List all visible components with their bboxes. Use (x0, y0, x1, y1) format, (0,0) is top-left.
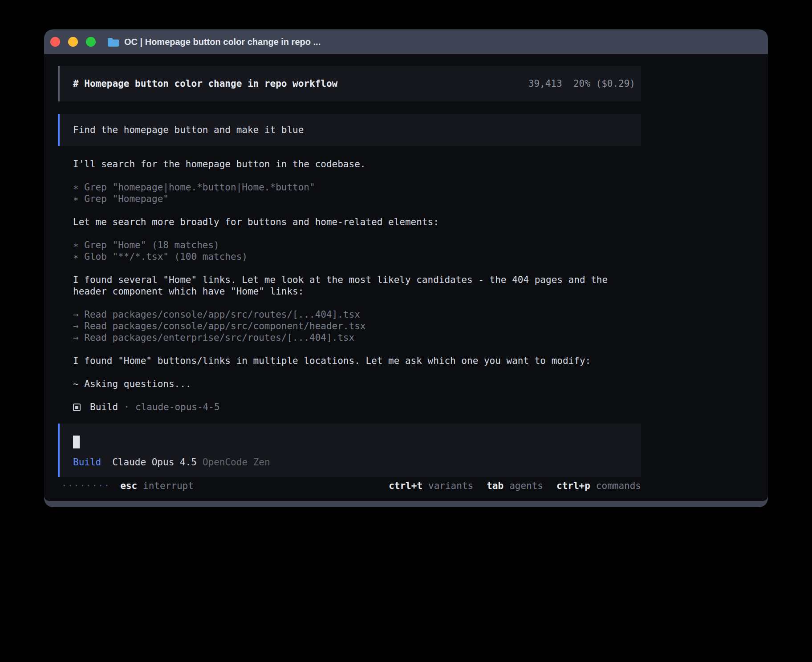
tool-call-line: →Read packages/console/app/src/routes/[.… (58, 309, 768, 320)
tool-call-line: ∗Grep "Home" (18 matches) (58, 239, 768, 251)
assistant-text: I'll search for the homepage button in t… (73, 159, 365, 170)
asking-questions-status: ~ Asking questions... (58, 378, 768, 390)
tool-call-line: →Read packages/console/app/src/component… (58, 320, 768, 332)
minimize-button[interactable] (68, 37, 78, 47)
variants-label: variants (428, 480, 473, 492)
interrupt-label: interrupt (143, 480, 194, 492)
assistant-text: header component which have "Home" links… (73, 286, 304, 297)
agent-name: Build (90, 401, 118, 413)
glob-tool-icon: ∗ (73, 251, 84, 262)
separator-dot: · (124, 401, 130, 413)
tab-key: tab (487, 480, 503, 492)
input-meta-row: Build Claude Opus 4.5 OpenCode Zen (73, 456, 641, 468)
session-header: # Homepage button color change in repo w… (58, 66, 641, 101)
ctrl-p-key: ctrl+p (556, 480, 590, 492)
assistant-text: I found several "Home" links. Let me loo… (73, 274, 608, 285)
read-tool-arrow-icon: → (73, 320, 84, 332)
interrupt-hint: escinterrupt (120, 480, 194, 492)
tool-call-line: ∗Grep "homepage|home.*button|Home.*butto… (58, 182, 768, 193)
user-message: Find the homepage button and make it blu… (58, 114, 641, 146)
variants-hint: ctrl+tvariants (389, 480, 473, 492)
assistant-text: Let me search more broadly for buttons a… (73, 217, 439, 227)
assistant-message-line: I found several "Home" links. Let me loo… (58, 274, 768, 286)
prompt-input[interactable]: Build Claude Opus 4.5 OpenCode Zen (58, 424, 641, 477)
tool-call-line: ∗Grep "Homepage" (58, 193, 768, 205)
status-bar: ········ escinterrupt ctrl+tvariants tab… (58, 480, 641, 492)
session-token-stats: 39,413 20% ($0.29) (528, 78, 635, 89)
window-title: OC | Homepage button color change in rep… (124, 37, 321, 47)
input-model-label: Claude Opus 4.5 (112, 456, 197, 468)
tool-call-text: Read packages/console/app/src/routes/[..… (84, 309, 360, 320)
assistant-message-line: header component which have "Home" links… (58, 286, 768, 297)
agent-model: claude-opus-4-5 (135, 401, 220, 413)
tool-call-text: Grep "Homepage" (84, 194, 169, 204)
read-tool-arrow-icon: → (73, 309, 84, 320)
tool-call-line: →Read packages/enterprise/src/routes/[..… (58, 332, 768, 343)
read-tool-arrow-icon: → (73, 332, 84, 343)
agents-label: agents (509, 480, 543, 492)
assistant-text: I found "Home" buttons/links in multiple… (73, 355, 591, 366)
folder-icon (107, 37, 119, 47)
grep-tool-icon: ∗ (73, 182, 84, 193)
grep-tool-icon: ∗ (73, 239, 84, 251)
tool-call-text: Grep "homepage|home.*button|Home.*button… (84, 182, 315, 193)
commands-hint: ctrl+pcommands (556, 480, 641, 492)
esc-key: esc (120, 480, 137, 492)
commands-label: commands (596, 480, 641, 492)
input-mode-badge: Build (73, 456, 101, 468)
text-cursor (73, 436, 80, 448)
user-message-text: Find the homepage button and make it blu… (73, 124, 304, 136)
tool-call-text: Grep "Home" (18 matches) (84, 240, 219, 250)
close-button[interactable] (50, 37, 60, 47)
assistant-message-line: I'll search for the homepage button in t… (58, 158, 768, 170)
title-bar: OC | Homepage button color change in rep… (44, 29, 768, 54)
grep-tool-icon: ∗ (73, 193, 84, 205)
tool-call-text: Read packages/enterprise/src/routes/[...… (84, 332, 354, 343)
agent-build-icon (73, 404, 81, 411)
status-text: ~ Asking questions... (73, 379, 191, 389)
session-title: # Homepage button color change in repo w… (73, 78, 337, 89)
tool-call-text: Glob "**/*.tsx" (100 matches) (84, 251, 248, 262)
spinner-dots: ········ (61, 480, 110, 492)
terminal-content: # Homepage button color change in repo w… (44, 54, 768, 501)
input-provider-label: OpenCode Zen (203, 456, 270, 468)
agents-hint: tabagents (487, 480, 543, 492)
tool-call-line: ∗Glob "**/*.tsx" (100 matches) (58, 251, 768, 262)
agent-status-line: Build · claude-opus-4-5 (58, 401, 768, 413)
assistant-message-line: I found "Home" buttons/links in multiple… (58, 355, 768, 367)
ctrl-t-key: ctrl+t (389, 480, 422, 492)
tool-call-text: Read packages/console/app/src/component/… (84, 321, 365, 331)
traffic-lights (50, 37, 96, 47)
zoom-button[interactable] (86, 37, 96, 47)
terminal-window: OC | Homepage button color change in rep… (44, 29, 768, 507)
assistant-message-line: Let me search more broadly for buttons a… (58, 216, 768, 228)
